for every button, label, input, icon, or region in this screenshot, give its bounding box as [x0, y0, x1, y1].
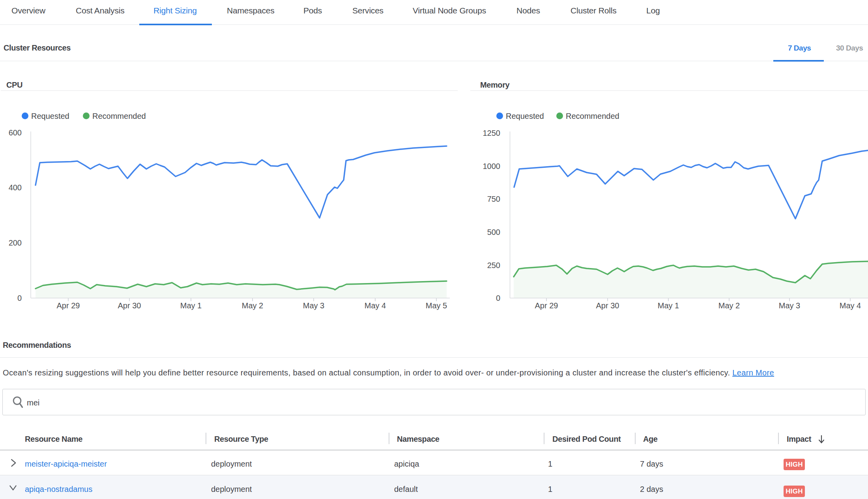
svg-text:May 4: May 4	[365, 301, 386, 310]
svg-text:Apr 29: Apr 29	[535, 301, 558, 310]
svg-text:May 2: May 2	[242, 301, 263, 310]
svg-text:200: 200	[9, 238, 22, 247]
svg-text:Apr 29: Apr 29	[57, 301, 80, 310]
svg-text:600: 600	[9, 128, 22, 137]
svg-text:Apr 30: Apr 30	[118, 301, 141, 310]
svg-text:Apr 30: Apr 30	[596, 301, 619, 310]
svg-text:May 3: May 3	[303, 301, 324, 310]
svg-text:400: 400	[9, 183, 22, 192]
svg-text:0: 0	[17, 294, 22, 302]
svg-text:1250: 1250	[483, 129, 501, 137]
svg-text:May 5: May 5	[426, 301, 447, 310]
svg-text:May 2: May 2	[718, 301, 740, 310]
svg-text:May 3: May 3	[779, 301, 800, 310]
svg-text:May 1: May 1	[658, 301, 679, 310]
svg-text:500: 500	[487, 228, 500, 236]
svg-text:250: 250	[487, 261, 500, 270]
svg-text:May 1: May 1	[180, 301, 202, 310]
svg-text:0: 0	[496, 294, 500, 302]
svg-text:May 4: May 4	[840, 301, 861, 310]
svg-text:750: 750	[487, 195, 500, 203]
svg-text:1000: 1000	[483, 162, 501, 171]
